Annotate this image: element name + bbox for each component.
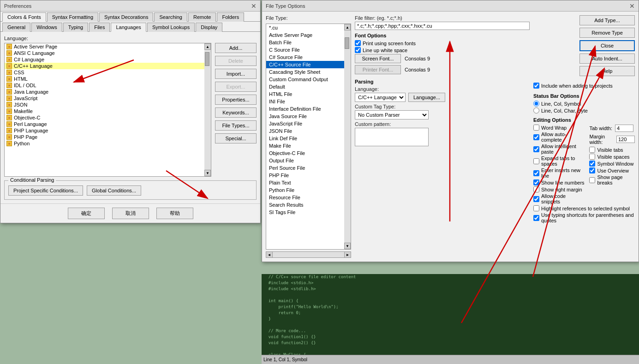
- auto-indent-button[interactable]: Auto Indent...: [579, 54, 635, 64]
- tab-display[interactable]: Display: [196, 23, 222, 32]
- show-right-margin-checkbox[interactable]: [533, 186, 539, 192]
- list-item[interactable]: =Java Language: [5, 89, 211, 95]
- ft-list-item[interactable]: Objective-C File: [266, 149, 351, 157]
- project-conditions-button[interactable]: Project Specific Conditions...: [8, 185, 83, 196]
- ft-list-item[interactable]: PHP File: [266, 172, 351, 179]
- ft-scrollbar-up[interactable]: ▲: [344, 24, 351, 30]
- tab-syntax-decorations[interactable]: Syntax Decorations: [99, 12, 153, 22]
- ft-list-item[interactable]: Search Results: [266, 201, 351, 209]
- margin-width-input[interactable]: 120: [616, 136, 635, 143]
- ft-list-item[interactable]: Output File: [266, 157, 351, 164]
- use-overview-checkbox[interactable]: [589, 167, 595, 173]
- list-item[interactable]: =C/C++ Language: [5, 63, 211, 69]
- scrollbar-up-btn[interactable]: ▲: [204, 43, 211, 50]
- parsing-language-select[interactable]: C/C++ Language: [355, 93, 406, 102]
- ft-list-item[interactable]: Java Source File: [266, 113, 351, 120]
- tab-searching[interactable]: Searching: [154, 12, 187, 22]
- add-button[interactable]: Add...: [215, 43, 257, 53]
- ft-list-item[interactable]: Cascading Style Sheet: [266, 68, 351, 76]
- word-wrap-checkbox[interactable]: [533, 125, 539, 131]
- special-button[interactable]: Special...: [215, 133, 257, 143]
- preferences-close-button[interactable]: ✕: [251, 3, 257, 9]
- scrollbar-track[interactable]: [204, 50, 211, 170]
- delete-button[interactable]: Delete: [215, 56, 257, 66]
- ft-scrollbar-down[interactable]: ▼: [344, 243, 351, 249]
- ft-scrollbar-track[interactable]: [344, 30, 351, 243]
- ft-list-item[interactable]: C# Source File: [266, 54, 351, 61]
- code-snippets-checkbox[interactable]: [533, 196, 539, 202]
- expand-tabs-checkbox[interactable]: [533, 158, 539, 164]
- ft-list-item[interactable]: Active Server Page: [266, 31, 351, 39]
- ft-list-item[interactable]: *.cu: [266, 24, 351, 31]
- custom-pattern-input[interactable]: [355, 128, 429, 146]
- list-item[interactable]: =C# Language: [5, 56, 211, 63]
- tab-symbol-lookups[interactable]: Symbol Lookups: [147, 23, 195, 32]
- tab-colors-fonts[interactable]: Colors & Fonts: [2, 12, 46, 22]
- ft-horizontal-scrollbar[interactable]: ◄ ►: [266, 251, 351, 258]
- ft-scrollbar-thumb[interactable]: [345, 37, 349, 49]
- import-button[interactable]: Import...: [215, 69, 257, 79]
- autocomplete-checkbox[interactable]: [533, 134, 539, 140]
- scrollbar-thumb[interactable]: [205, 52, 209, 66]
- file-type-close-icon[interactable]: ✕: [629, 3, 635, 9]
- list-item[interactable]: =JavaScript: [5, 95, 211, 101]
- remove-type-button[interactable]: Remove Type: [579, 28, 635, 38]
- ft-hscroll-right[interactable]: ►: [344, 252, 351, 257]
- file-filter-input[interactable]: *.c;*.h;*.cpp;*.hpp;*.cxx;*.hxx;*.cu: [355, 22, 530, 30]
- ft-list-item[interactable]: Make File: [266, 142, 351, 149]
- ft-list-item[interactable]: Default: [266, 83, 351, 90]
- ft-list-item[interactable]: Custom Command Output: [266, 76, 351, 83]
- tab-folders[interactable]: Folders: [217, 12, 244, 22]
- list-item[interactable]: =CSS: [5, 69, 211, 76]
- tab-syntax-formatting[interactable]: Syntax Formatting: [47, 12, 98, 22]
- language-btn[interactable]: Language...: [408, 93, 445, 102]
- scrollbar-down-btn[interactable]: ▼: [204, 170, 211, 176]
- ft-list-item[interactable]: SI Tags File: [266, 209, 351, 216]
- ft-list-item[interactable]: C Source File: [266, 46, 351, 54]
- ft-hscroll-left[interactable]: ◄: [266, 252, 273, 257]
- close-button[interactable]: Close: [579, 40, 635, 51]
- visible-spaces-checkbox[interactable]: [589, 154, 595, 160]
- ft-list-item[interactable]: Interface Definition File: [266, 105, 351, 113]
- ft-list-item[interactable]: Link Def File: [266, 135, 351, 142]
- tab-width-input[interactable]: 4: [615, 125, 633, 132]
- ok-button[interactable]: 确定: [68, 208, 105, 219]
- list-item[interactable]: =Active Server Page: [5, 43, 211, 50]
- cancel-button[interactable]: 取消: [112, 208, 149, 219]
- include-checkbox[interactable]: [533, 83, 539, 89]
- keywords-button[interactable]: Keywords...: [215, 107, 257, 118]
- symbol-window-checkbox[interactable]: [589, 161, 595, 167]
- ft-list-item[interactable]: JSON File: [266, 127, 351, 135]
- export-button[interactable]: Export...: [215, 82, 257, 92]
- ft-list-item[interactable]: Batch File: [266, 39, 351, 46]
- ft-list-item[interactable]: HTML File: [266, 90, 351, 98]
- status-radio-1-input[interactable]: [533, 101, 539, 107]
- ft-list-item[interactable]: Perl Source File: [266, 164, 351, 172]
- properties-button[interactable]: Properties...: [215, 95, 257, 105]
- list-item[interactable]: =PHP Page: [5, 134, 211, 140]
- list-item[interactable]: =Objective-C: [5, 114, 211, 121]
- list-item[interactable]: =Perl Language: [5, 121, 211, 127]
- ft-list-item[interactable]: INI File: [266, 98, 351, 105]
- highlight-references-checkbox[interactable]: [533, 205, 539, 211]
- list-item[interactable]: =PHP Language: [5, 127, 211, 134]
- show-page-breaks-checkbox[interactable]: [589, 177, 595, 183]
- language-list-wrapper[interactable]: =Active Server Page =ANSI C Language =C#…: [4, 43, 211, 177]
- add-type-button[interactable]: Add Type...: [579, 15, 635, 25]
- language-list-scrollbar[interactable]: ▲ ▼: [204, 43, 211, 176]
- tab-general[interactable]: General: [2, 23, 30, 32]
- enter-new-line-checkbox[interactable]: [533, 170, 539, 176]
- typing-shortcuts-checkbox[interactable]: [533, 215, 539, 221]
- help-button-ft[interactable]: Help: [579, 66, 635, 76]
- show-line-numbers-checkbox[interactable]: [533, 179, 539, 185]
- file-types-button[interactable]: File Types...: [215, 120, 257, 131]
- tab-typing[interactable]: Typing: [63, 23, 88, 32]
- list-item[interactable]: =Python: [5, 140, 211, 147]
- ft-list-wrapper[interactable]: *.cu Active Server Page Batch File C Sou…: [266, 24, 351, 250]
- ft-list-item[interactable]: Resource File: [266, 194, 351, 201]
- tab-windows[interactable]: Windows: [31, 23, 62, 32]
- list-item[interactable]: =HTML: [5, 76, 211, 82]
- ft-list-scrollbar[interactable]: ▲ ▼: [344, 24, 351, 249]
- list-item[interactable]: =JSON: [5, 101, 211, 108]
- screen-font-button[interactable]: Screen Font...: [355, 54, 401, 63]
